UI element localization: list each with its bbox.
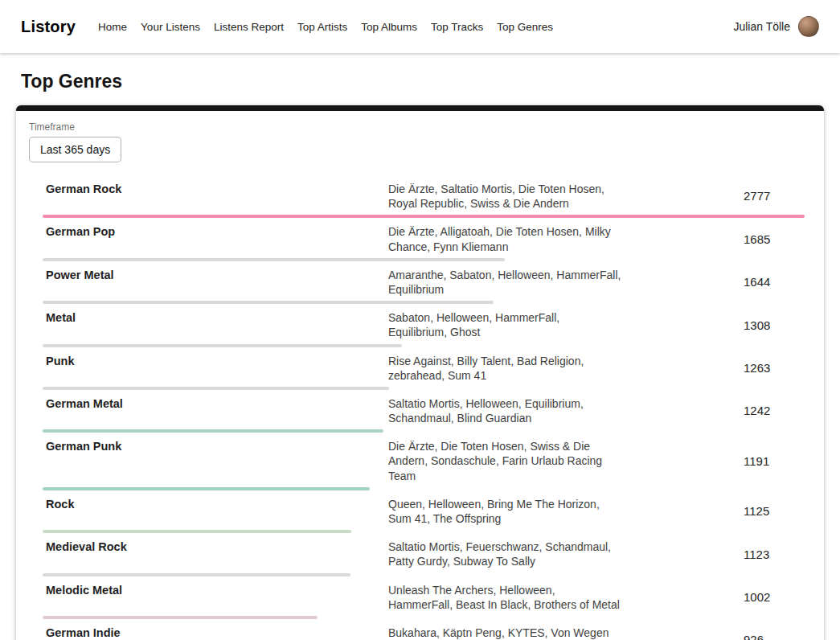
- genre-row: Melodic Metal Unleash The Archers, Hello…: [43, 583, 805, 619]
- timeframe-label: Timeframe: [29, 121, 811, 133]
- genre-bar: [43, 258, 505, 261]
- genre-name: German Rock: [43, 182, 375, 197]
- genre-name: German Punk: [43, 439, 375, 454]
- genre-row: Metal Sabaton, Helloween, HammerFall, Eq…: [43, 310, 805, 347]
- nav-item-your-listens[interactable]: Your Listens: [141, 21, 200, 33]
- user-area: Julian Tölle: [733, 16, 819, 37]
- genre-name: Melodic Metal: [43, 583, 375, 598]
- genre-count: 1123: [634, 547, 805, 563]
- nav-item-home[interactable]: Home: [98, 21, 127, 33]
- genre-artists: Die Ärzte, Die Toten Hosen, Swiss & Die …: [388, 439, 621, 483]
- top-genres-card: Timeframe Last 365 days German Rock Die …: [16, 105, 824, 640]
- genre-name: German Metal: [43, 396, 375, 412]
- genre-count: 1308: [634, 318, 805, 334]
- app-bar: Listory Home Your Listens Listens Report…: [0, 0, 840, 53]
- genre-artists: Queen, Helloween, Bring Me The Horizon, …: [388, 497, 621, 526]
- genre-artists: Unleash The Archers, Helloween, HammerFa…: [388, 583, 621, 612]
- genre-count: 2777: [634, 188, 805, 204]
- genre-count: 1242: [634, 403, 805, 419]
- genre-row: Power Metal Amaranthe, Sabaton, Hellowee…: [43, 268, 805, 304]
- genre-name: German Pop: [43, 224, 375, 240]
- genre-table: German Rock Die Ärzte, Saltatio Mortis, …: [16, 162, 824, 640]
- genre-artists: Saltatio Mortis, Helloween, Equilibrium,…: [388, 396, 621, 425]
- nav-item-top-artists[interactable]: Top Artists: [297, 21, 347, 33]
- nav-item-top-tracks[interactable]: Top Tracks: [431, 21, 483, 33]
- timeframe-select[interactable]: Last 365 days: [29, 137, 121, 162]
- genre-name: Rock: [43, 497, 375, 512]
- user-avatar[interactable]: [798, 16, 819, 37]
- genre-row: German Metal Saltatio Mortis, Helloween,…: [43, 396, 805, 433]
- nav-item-top-genres[interactable]: Top Genres: [497, 21, 553, 33]
- genre-count: 1191: [634, 453, 805, 470]
- genre-name: Medieval Rock: [43, 539, 375, 555]
- genre-bar: [43, 530, 351, 533]
- nav-item-listens-report[interactable]: Listens Report: [214, 21, 284, 33]
- genre-bar: [43, 301, 494, 304]
- genre-count: 1644: [634, 274, 805, 290]
- app-logo[interactable]: Listory: [21, 18, 76, 36]
- genre-artists: Amaranthe, Sabaton, Helloween, HammerFal…: [388, 268, 621, 297]
- genre-bar: [43, 487, 370, 490]
- genre-row: German Indie Bukahara, Käptn Peng, KYTES…: [43, 626, 805, 640]
- genre-artists: Sabaton, Helloween, HammerFall, Equilibr…: [388, 310, 621, 339]
- genre-count: 1125: [634, 503, 805, 519]
- genre-name: German Indie: [43, 626, 375, 640]
- genre-row: German Pop Die Ärzte, Alligatoah, Die To…: [43, 224, 805, 261]
- card-top-bar: [16, 105, 824, 111]
- genre-row: German Rock Die Ärzte, Saltatio Mortis, …: [43, 182, 805, 218]
- user-name: Julian Tölle: [733, 20, 790, 33]
- genre-count: 926: [634, 632, 805, 640]
- genre-row: German Punk Die Ärzte, Die Toten Hosen, …: [43, 439, 805, 490]
- genre-artists: Die Ärzte, Saltatio Mortis, Die Toten Ho…: [388, 182, 621, 211]
- genre-artists: Die Ärzte, Alligatoah, Die Toten Hosen, …: [388, 224, 621, 253]
- genre-row: Medieval Rock Saltatio Mortis, Feuerschw…: [43, 539, 805, 576]
- page-title: Top Genres: [0, 53, 840, 105]
- genre-count: 1263: [634, 360, 805, 376]
- genre-count: 1002: [634, 589, 805, 605]
- genre-row: Punk Rise Against, Billy Talent, Bad Rel…: [43, 354, 805, 390]
- main-nav: Home Your Listens Listens Report Top Art…: [98, 21, 553, 33]
- genre-bar: [43, 344, 402, 347]
- genre-bar: [43, 387, 389, 390]
- genre-bar: [43, 429, 383, 433]
- genre-name: Punk: [43, 354, 375, 369]
- genre-count: 1685: [634, 232, 805, 248]
- genre-artists: Rise Against, Billy Talent, Bad Religion…: [388, 354, 621, 383]
- genre-name: Power Metal: [43, 268, 375, 283]
- genre-bar: [43, 215, 805, 218]
- genre-artists: Saltatio Mortis, Feuerschwanz, Schandmau…: [388, 539, 621, 568]
- nav-item-top-albums[interactable]: Top Albums: [361, 21, 417, 33]
- genre-bar: [43, 573, 350, 576]
- genre-name: Metal: [43, 310, 375, 326]
- genre-artists: Bukahara, Käptn Peng, KYTES, Von Wegen L…: [388, 626, 621, 640]
- genre-row: Rock Queen, Helloween, Bring Me The Hori…: [43, 497, 805, 533]
- genre-bar: [43, 616, 318, 619]
